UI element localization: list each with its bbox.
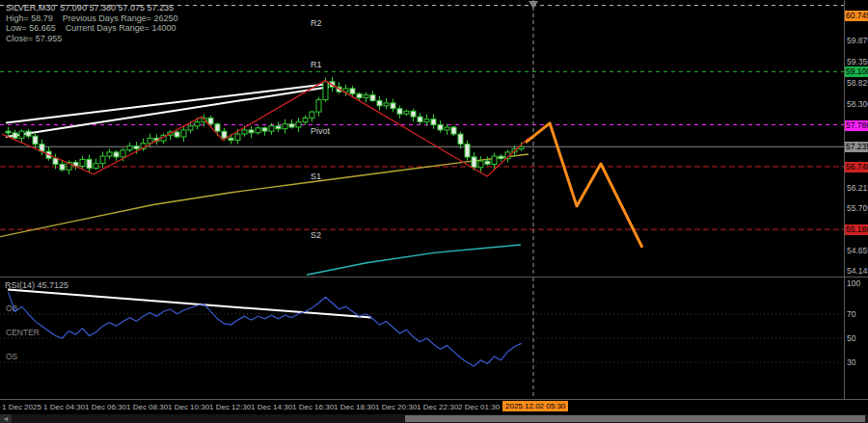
- rsi-zone-label-os: OS: [6, 352, 18, 361]
- candle: [107, 152, 112, 156]
- candle: [431, 119, 436, 125]
- info-low-line: Low= 56.665 Current Days Range= 14000: [6, 23, 178, 34]
- rsi-axis[interactable]: 100705030: [845, 278, 868, 399]
- price-chart-pane[interactable]: R2R1PivotS1S2 SILVER,M30 57.090 57.380 5…: [0, 0, 844, 277]
- candle: [181, 130, 186, 137]
- candle: [60, 164, 65, 170]
- price-axis-label: 55.705: [847, 203, 868, 214]
- info-close-line: Close= 57.955: [6, 34, 178, 44]
- candle: [175, 132, 179, 137]
- scroll-left-button[interactable]: ◄: [0, 414, 12, 423]
- time-axis-label: 1 Dec 16:30: [292, 403, 334, 411]
- candle: [114, 152, 119, 157]
- rsi-zone-label-ob: OB: [6, 304, 18, 313]
- symbol-ohlc-line: SILVER,M30 57.090 57.380 57.075 57.235: [6, 3, 178, 13]
- rsi-axis-label: 30: [847, 357, 855, 368]
- pivot-label-pivot: Pivot: [311, 126, 331, 136]
- candle: [492, 156, 497, 164]
- candle: [148, 138, 152, 143]
- trendline-2[interactable]: [6, 87, 329, 137]
- chart-shift-marker-icon[interactable]: [529, 1, 538, 9]
- time-axis-label: 1 Dec 14:30: [251, 403, 292, 411]
- time-axis-label: 1 Dec 08:30: [126, 403, 168, 411]
- time-axis-label: 1 Dec 2025: [2, 403, 41, 411]
- time-axis-label: 1 Dec 12:30: [209, 403, 251, 411]
- candle: [316, 100, 321, 113]
- time-axis-label: 1 Dec 04:30: [43, 403, 85, 411]
- rsi-zone-label-center: CENTER: [6, 328, 40, 337]
- price-axis-badge: 55.180: [845, 225, 868, 235]
- candle: [397, 109, 402, 114]
- price-axis-badge: 56.740: [845, 162, 868, 172]
- price-axis[interactable]: 59.87559.35058.82558.30056.21555.70554.6…: [845, 0, 868, 277]
- candle: [303, 118, 308, 121]
- candle: [256, 128, 260, 133]
- rsi-trendline[interactable]: [8, 290, 371, 318]
- candle: [350, 89, 355, 93]
- candle: [80, 159, 85, 166]
- price-axis-badge: 59.100: [845, 66, 868, 77]
- candle: [100, 156, 105, 164]
- cyan-indicator-line: [307, 245, 521, 275]
- candle: [418, 117, 422, 121]
- candle: [289, 124, 294, 127]
- candle: [94, 164, 98, 169]
- price-axis-label: 59.875: [847, 36, 868, 46]
- info-high-line: High= 58.79 Previous Days Range= 26250: [6, 13, 178, 24]
- rsi-axis-label: 50: [847, 333, 855, 344]
- candle: [262, 128, 267, 131]
- horizontal-scrollbar[interactable]: ◄: [0, 414, 868, 423]
- pivot-label-r2: R2: [311, 18, 322, 28]
- candle: [26, 131, 31, 136]
- forecast-line[interactable]: [526, 123, 642, 248]
- price-axis-label: 54.655: [847, 246, 868, 256]
- candle: [269, 126, 274, 131]
- price-axis-badge: 57.235: [845, 142, 868, 152]
- candle: [19, 131, 24, 138]
- candle: [384, 103, 389, 106]
- price-axis-label: 58.825: [847, 78, 868, 89]
- pivot-label-r1: R1: [311, 60, 322, 69]
- candle: [235, 134, 240, 140]
- scrollbar-thumb[interactable]: [405, 415, 865, 422]
- candle: [6, 131, 11, 133]
- candle: [424, 119, 429, 122]
- candle: [364, 95, 368, 98]
- time-axis-label: 1 Dec 10:30: [168, 403, 209, 411]
- candle: [121, 150, 125, 157]
- candle: [310, 112, 314, 118]
- rsi-axis-label: 70: [847, 309, 855, 320]
- candle: [411, 111, 416, 117]
- candle: [127, 146, 132, 150]
- candle: [438, 125, 443, 130]
- price-axis-badge: 57.780: [845, 120, 868, 131]
- candle: [134, 146, 139, 149]
- price-axis-label: 56.215: [847, 183, 868, 194]
- candle: [296, 122, 301, 127]
- candle: [377, 100, 382, 105]
- time-axis-label: 2 Dec 01:30: [458, 403, 500, 411]
- candle: [465, 145, 470, 157]
- price-axis-badge: 60.745: [845, 11, 868, 21]
- candle: [242, 130, 247, 134]
- candle: [195, 122, 200, 126]
- candle: [249, 130, 254, 133]
- rsi-line: [9, 292, 522, 366]
- candle: [13, 133, 17, 138]
- trendline-1[interactable]: [6, 84, 329, 123]
- candle: [451, 127, 456, 134]
- rsi-canvas[interactable]: OBCENTEROS: [0, 278, 844, 399]
- time-axis-label: 1 Dec 22:30: [417, 403, 458, 411]
- pivot-label-s1: S1: [311, 172, 321, 181]
- candle: [391, 103, 395, 109]
- candle: [283, 124, 287, 129]
- candle: [33, 136, 38, 144]
- scroll-left-icon: ◄: [3, 415, 10, 422]
- candle: [445, 127, 449, 130]
- rsi-pane[interactable]: OBCENTEROS RSI(14) 45.7125: [0, 278, 844, 399]
- time-axis[interactable]: 1 Dec 20251 Dec 04:301 Dec 06:301 Dec 08…: [0, 400, 844, 414]
- candle: [229, 138, 233, 140]
- candle: [357, 93, 362, 97]
- candle: [404, 111, 409, 114]
- chart-window: R2R1PivotS1S2 SILVER,M30 57.090 57.380 5…: [0, 0, 868, 423]
